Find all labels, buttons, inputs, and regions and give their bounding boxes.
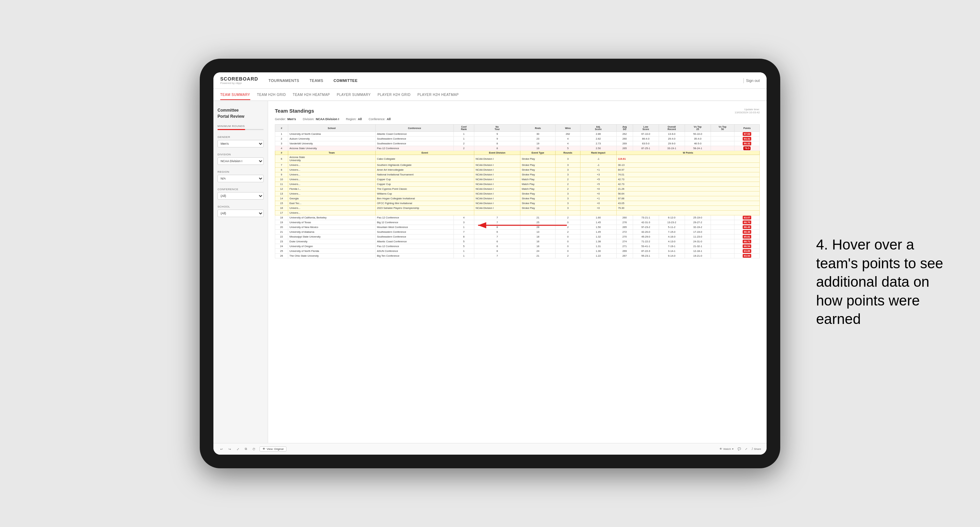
exp-cell-num: 8	[275, 168, 288, 172]
sidebar-min-rounds: Minimum Rounds	[218, 125, 264, 130]
exp-cell-points: 21.26	[616, 187, 759, 192]
nav-tournaments[interactable]: TOURNAMENTS	[268, 74, 299, 87]
cell-vs50	[711, 235, 734, 239]
nav-teams[interactable]: TEAMS	[309, 74, 323, 87]
cell-adj: 2.50	[580, 146, 616, 151]
cell-points[interactable]: 97.02	[735, 132, 760, 137]
sidebar-gender-select[interactable]: Men's Women's	[218, 140, 264, 148]
exp-cell-team: Florida I...	[288, 187, 375, 192]
cell-points[interactable]: 93.31	[735, 137, 760, 141]
table-row[interactable]: 26 The Ohio State University Big Ten Con…	[275, 254, 760, 259]
sidebar-region-label: Region	[218, 170, 264, 173]
table-header-row: # School Conference ConfRank NoTour Rnds…	[275, 125, 760, 132]
sub-nav-team-h2h-grid[interactable]: TEAM H2H GRID	[257, 90, 286, 99]
cell-low: 73-21-1	[633, 215, 659, 220]
eye-icon: 👁	[719, 448, 722, 451]
min-rounds-slider[interactable]	[218, 129, 264, 130]
table-row[interactable]: 25 University of North Florida ASUN Conf…	[275, 249, 760, 254]
sub-nav-team-summary[interactable]: TEAM SUMMARY	[220, 90, 250, 100]
table-row[interactable]: 18 University of California, Berkeley Pa…	[275, 215, 760, 220]
cell-points[interactable]: 83.89	[735, 249, 760, 254]
expanded-row[interactable]: 16 Univers... 2023 Sahalee Players Champ…	[275, 206, 760, 211]
expand-button[interactable]: ⤢	[745, 448, 748, 451]
cell-points[interactable]: 83.94	[735, 254, 760, 259]
exp-cell-rounds: 3	[555, 163, 580, 168]
cell-points[interactable]: 85.81	[735, 235, 760, 239]
cell-points[interactable]: 83.07	[735, 215, 760, 220]
table-row[interactable]: 21 University of Alabama Southeastern Co…	[275, 230, 760, 235]
table-row[interactable]: 24 University of Oregon Pac-12 Conferenc…	[275, 244, 760, 249]
cell-vs50	[711, 141, 734, 146]
table-row[interactable]: 2 Auburn University Southeastern Confere…	[275, 137, 760, 141]
exp-cell-num: 9	[275, 172, 288, 177]
watch-button[interactable]: 👁 Watch ▾	[719, 448, 733, 451]
expanded-row[interactable]: 14 Georgia Ben Hogan Collegiate Invitati…	[275, 196, 760, 201]
table-row-hovered[interactable]: 4 Arizona State University Pac-12 Confer…	[275, 146, 760, 151]
cell-overall: 3-14-1	[659, 249, 685, 254]
expanded-row[interactable]: 11 Univers... Copper Cup NCAA Division I…	[275, 182, 760, 187]
expanded-row[interactable]: 7 Univers... Southern Highlands Collegia…	[275, 163, 760, 168]
cell-points[interactable]: 90.32	[735, 141, 760, 146]
cell-points[interactable]: 88.48	[735, 230, 760, 235]
sub-nav-team-h2h-heatmap[interactable]: TEAM H2H HEATMAP	[293, 90, 330, 99]
cell-points[interactable]: 88.71	[735, 239, 760, 244]
expanded-row[interactable]: 15 East Tec... OFCC Fighting Illini Invi…	[275, 201, 760, 206]
expanded-row[interactable]: 8 Univers... Amer Art Intercollegiate NC…	[275, 168, 760, 172]
expanded-row[interactable]: 13 Univers... Williams Cup NCAA Division…	[275, 192, 760, 196]
expanded-row[interactable]: 6 Arizona StateUniversity Cabo Collegiat…	[275, 155, 760, 163]
filter-division-label: Division:	[303, 117, 315, 121]
cell-wins: 2	[555, 254, 580, 259]
clock-button[interactable]: ⏱	[251, 447, 257, 452]
table-row[interactable]: 3 Vanderbilt University Southeastern Con…	[275, 141, 760, 146]
exp-cell-num: 7	[275, 163, 288, 168]
cell-points[interactable]: 88.49	[735, 225, 760, 230]
share-button[interactable]: ⤴ Share	[752, 448, 761, 451]
table-row[interactable]: 19 University of Texas Big 12 Conference…	[275, 220, 760, 225]
sub-nav-player-summary[interactable]: PLAYER SUMMARY	[337, 90, 371, 99]
redo-button[interactable]: ↪	[227, 447, 232, 452]
cell-points[interactable]: 88.54	[735, 244, 760, 249]
sidebar-division-select[interactable]: NCAA Division I	[218, 157, 264, 165]
cell-vs50	[711, 220, 734, 225]
expanded-row[interactable]: 10 Univers... Copper Cup NCAA Division I…	[275, 177, 760, 182]
cell-rank: 20	[275, 225, 288, 230]
sign-out-button[interactable]: Sign out	[746, 78, 760, 83]
filter-conference: Conference: All	[368, 117, 391, 121]
table-row[interactable]: 23 Duke University Atlantic Coast Confer…	[275, 239, 760, 244]
exp-cell-type: Stroke Play	[520, 168, 555, 172]
exp-cell-team: Univers...	[288, 168, 375, 172]
fit-button[interactable]: ⤢	[235, 447, 241, 452]
sidebar-school-select[interactable]: (All)	[218, 210, 264, 217]
exp-col-num: #	[275, 151, 288, 155]
cell-points-hovered[interactable]: 79.5	[735, 146, 760, 151]
copy-button[interactable]: ⧉	[243, 446, 248, 452]
sidebar-region-select[interactable]: N/A	[218, 175, 264, 182]
cell-wins: 5	[555, 146, 580, 151]
sub-nav-player-h2h-heatmap[interactable]: PLAYER H2H HEATMAP	[418, 90, 459, 99]
exp-cell-div: NCAA Division I	[474, 172, 520, 177]
table-row[interactable]: 20 University of New Mexico Mountain Wes…	[275, 225, 760, 230]
cell-conference: Pac-12 Conference	[375, 244, 453, 249]
expanded-row[interactable]: 17 Univers...	[275, 211, 760, 215]
exp-cell-event: Ben Hogan Collegiate Invitational	[375, 196, 474, 201]
table-row[interactable]: 22 Mississippi State University Southeas…	[275, 235, 760, 239]
exp-cell-points: 79.30	[616, 206, 759, 211]
cell-points[interactable]: 88.70	[735, 220, 760, 225]
comment-icon: 💬	[738, 448, 741, 451]
table-row[interactable]: 1 University of North Carolina Atlantic …	[275, 132, 760, 137]
expanded-row[interactable]: 9 Univers... National Invitational Tourn…	[275, 172, 760, 177]
cell-vs25: 19-21-0	[685, 254, 711, 259]
cell-adj: 1.45	[580, 220, 616, 225]
undo-button[interactable]: ↩	[219, 447, 224, 452]
share-icon: ⤴	[752, 448, 753, 451]
sidebar-gender: Gender Men's Women's	[218, 135, 264, 148]
comment-button[interactable]: 💬	[738, 448, 741, 451]
nav-committee[interactable]: COMMITTEE	[334, 74, 358, 87]
expanded-row[interactable]: 12 Florida I... The Cypress Point Classi…	[275, 187, 760, 192]
exp-cell-event: Cabo Collegiate	[375, 155, 474, 163]
sidebar-conference-select[interactable]: (All)	[218, 192, 264, 200]
cell-conference: Southeastern Conference	[375, 141, 453, 146]
view-original-button[interactable]: 👁 View: Original	[259, 446, 286, 452]
cell-low: 53-41-1	[633, 244, 659, 249]
sub-nav-player-h2h-grid[interactable]: PLAYER H2H GRID	[378, 90, 411, 99]
